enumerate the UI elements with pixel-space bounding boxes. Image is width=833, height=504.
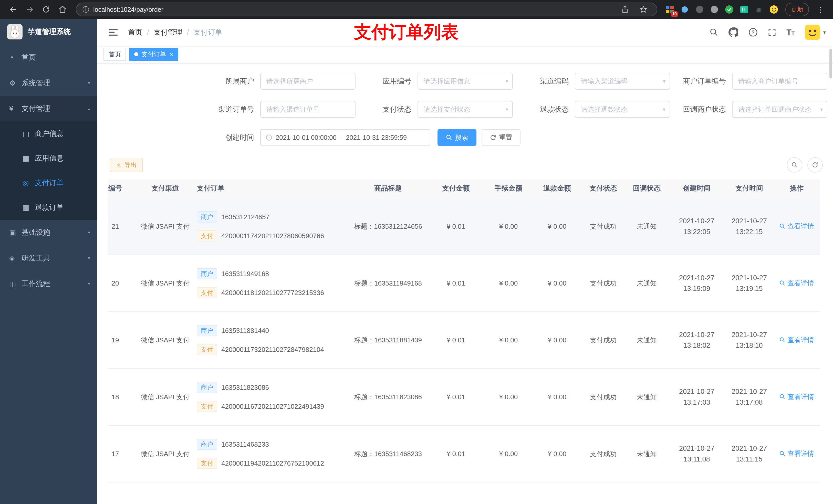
sidebar-item-workflow[interactable]: ◫ 工作流程 ▾ xyxy=(0,271,97,296)
view-detail-link[interactable]: 查看详情 xyxy=(779,449,814,458)
action-cell: 查看详情 xyxy=(774,335,820,345)
github-icon[interactable] xyxy=(729,27,738,37)
sidebar-item-home[interactable]: ◔ 首页 xyxy=(0,45,97,70)
puzzle-extension-icon[interactable] xyxy=(753,3,765,16)
view-detail-link[interactable]: 查看详情 xyxy=(779,335,814,344)
bookmark-star-icon[interactable] xyxy=(636,2,651,17)
notify-status-filter: 回调商户状态 ▾ xyxy=(676,101,833,118)
infra-icon: ▣ xyxy=(9,229,22,237)
dark-extension-icon[interactable] xyxy=(693,3,706,16)
notify-status: 未通知 xyxy=(625,450,669,458)
sidebar-item-payment[interactable]: ¥ 支付管理 ▴ xyxy=(0,96,97,121)
pay-tag: 支付 xyxy=(197,401,217,412)
merchant-tag: 商户 xyxy=(197,439,217,450)
app-no-filter-select[interactable] xyxy=(418,73,513,90)
breadcrumb-payment[interactable]: 支付管理 xyxy=(154,27,182,37)
search-icon[interactable] xyxy=(710,28,718,37)
view-detail-link[interactable]: 查看详情 xyxy=(779,279,814,288)
help-icon[interactable]: ? xyxy=(748,28,758,37)
channel-order-no-input[interactable] xyxy=(260,101,356,118)
pay-order-cell: 商户1635312124657支付42000011742021102780605… xyxy=(195,211,348,241)
order-id: 17 xyxy=(108,450,136,458)
merchant-order-no: 1635311468233 xyxy=(221,440,269,449)
merchant-filter: 所属商户 xyxy=(204,73,361,90)
back-icon[interactable] xyxy=(6,2,21,17)
refund-amount: ¥ 0.00 xyxy=(533,336,581,344)
create-clock: 13:18:02 xyxy=(671,340,723,351)
pay-order-cell: 商户1635311881440支付42000011732021102728479… xyxy=(195,325,348,355)
sidebar-item-devtools[interactable]: ◈ 研发工具 ▾ xyxy=(0,245,97,271)
sidebar-item-system[interactable]: ⚙ 系统管理 ▾ xyxy=(0,70,97,96)
book-extension-icon[interactable] xyxy=(738,3,751,16)
gray-extension-icon[interactable] xyxy=(708,3,721,16)
hamburger-icon[interactable] xyxy=(104,27,123,38)
navbar: 首页 / 支付管理 / 支付订单 ? TT ▾ xyxy=(97,19,833,46)
address-bar[interactable]: ⓘ localhost:1024/pay/order xyxy=(76,3,657,16)
logo-avatar xyxy=(7,24,23,40)
pay-status: 支付成功 xyxy=(581,392,625,402)
tab-pay-order[interactable]: 支付订单 × xyxy=(129,48,178,61)
reset-button[interactable]: 重置 xyxy=(481,129,521,146)
search-button[interactable]: 搜索 xyxy=(437,129,476,146)
merchant-order-line: 商户1635311468233 xyxy=(197,439,346,450)
tab-home[interactable]: 首页 xyxy=(103,48,126,61)
pay-status-select[interactable] xyxy=(418,101,513,118)
create-time-cell: 2021-10-2713:22:05 xyxy=(669,216,725,237)
refresh-icon xyxy=(812,162,818,168)
sidebar-item-refund-order[interactable]: ▥ 退款订单 xyxy=(0,195,97,220)
view-detail-link[interactable]: 查看详情 xyxy=(779,392,814,401)
sidebar-item-label: 工作流程 xyxy=(22,279,50,289)
view-detail-label: 查看详情 xyxy=(787,392,814,401)
pay-tag: 支付 xyxy=(197,344,217,355)
create-time-range-picker[interactable]: 2021-10-01 00:00:00 - 2021-10-31 23:59:5… xyxy=(260,129,430,146)
sidebar-item-pay-order[interactable]: ◎ 支付订单 xyxy=(0,171,97,195)
notify-status-select[interactable] xyxy=(732,101,827,118)
app-title: 芋道管理系统 xyxy=(28,27,71,37)
browser-menu-icon[interactable]: ⋮ xyxy=(814,5,827,14)
emoji-extension-icon[interactable] xyxy=(767,3,780,16)
sidebar-item-app-info[interactable]: ▦ 应用信息 xyxy=(0,146,97,171)
refresh-table-button[interactable] xyxy=(807,157,823,173)
share-icon[interactable] xyxy=(618,2,632,17)
channel-code-filter-select[interactable] xyxy=(575,73,670,90)
column-header: 支付时间 xyxy=(725,184,774,193)
export-button[interactable]: 导出 xyxy=(110,158,143,172)
refund-status-select[interactable] xyxy=(575,101,670,118)
scrollbar-thumb[interactable] xyxy=(829,49,832,78)
action-cell: 查看详情 xyxy=(774,279,820,288)
sidebar-item-label: 退款订单 xyxy=(35,202,64,212)
yen-icon: ¥ xyxy=(9,104,22,113)
reload-icon[interactable] xyxy=(39,2,53,17)
pay-time-cell: 2021-10-2713:11:15 xyxy=(725,443,774,464)
fullscreen-icon[interactable] xyxy=(768,28,776,37)
user-menu[interactable]: ▾ xyxy=(805,25,826,40)
home-icon[interactable] xyxy=(55,2,70,17)
forward-icon[interactable] xyxy=(23,2,37,17)
breadcrumb-home[interactable]: 首页 xyxy=(128,27,142,37)
drop-extension-icon[interactable] xyxy=(678,3,691,16)
order-table: 编号支付渠道支付订单商品标题支付金额手续金额退款金额支付状态回调状态创建时间支付… xyxy=(108,179,823,504)
sidebar-item-label: 基础设施 xyxy=(22,228,50,237)
sidebar-item-infra[interactable]: ▣ 基础设施 ▾ xyxy=(0,220,97,245)
filter-label: 所属商户 xyxy=(204,76,260,86)
refund-amount: ¥ 0.00 xyxy=(533,393,581,401)
channel-order-line: 支付4200001181202110277723215336 xyxy=(197,287,346,298)
merchant-tag: 商户 xyxy=(197,325,217,336)
product-title: 标题：1635311823086 xyxy=(348,392,428,402)
close-icon[interactable]: × xyxy=(170,51,173,58)
main-area: 首页 / 支付管理 / 支付订单 ? TT ▾ xyxy=(97,19,833,504)
font-size-icon[interactable]: TT xyxy=(786,28,794,37)
column-header: 回调状态 xyxy=(625,184,669,193)
channel-order-line: 支付4200001174202110278060590766 xyxy=(197,230,346,241)
check-extension-icon[interactable] xyxy=(723,3,736,16)
merchant-filter-input[interactable] xyxy=(260,73,356,90)
sidebar-item-merchant-info[interactable]: ▤ 商户信息 xyxy=(0,121,97,146)
merchant-order-no-input[interactable] xyxy=(732,73,827,90)
create-date: 2021-10-27 xyxy=(671,216,723,226)
site-info-icon[interactable]: ⓘ xyxy=(82,5,89,14)
pay-date: 2021-10-27 xyxy=(727,329,771,340)
update-button[interactable]: 更新 xyxy=(785,3,809,16)
toggle-search-button[interactable] xyxy=(787,157,802,173)
extensions-grid-icon[interactable]: 10 xyxy=(663,3,676,16)
view-detail-link[interactable]: 查看详情 xyxy=(779,222,814,231)
